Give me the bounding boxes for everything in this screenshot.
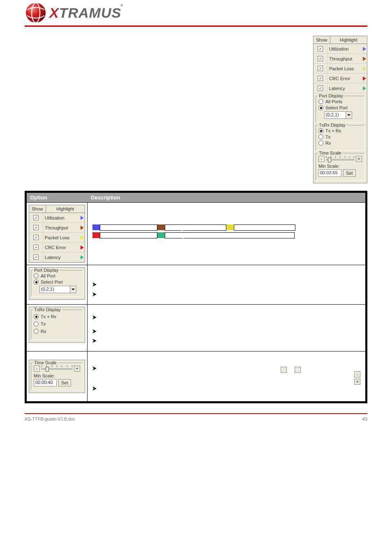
radio-txrx[interactable]	[34, 314, 39, 319]
swatch-packetloss	[226, 224, 234, 230]
swatch-crcerror	[92, 232, 100, 238]
label-crcerror: CRC Error	[329, 76, 350, 81]
checkbox-crcerror[interactable]: ✓	[33, 245, 39, 250]
port-select[interactable]: (0,2,1)	[324, 111, 352, 119]
tab-highlight[interactable]: Highlight	[46, 205, 85, 213]
label-throughput: Throughput	[329, 56, 352, 61]
tab-highlight[interactable]: Highlight	[330, 36, 367, 44]
radio-rx[interactable]	[318, 141, 323, 146]
set-button[interactable]: Set	[58, 379, 71, 386]
radio-tx[interactable]	[318, 134, 323, 139]
arrow-icon	[81, 216, 84, 220]
port-display-legend: Port Display	[318, 93, 344, 98]
timescale-desc: Time Scale: User may choose the zoom in/…	[99, 365, 360, 374]
min-scale-input[interactable]: 00:00:40	[34, 379, 57, 386]
arrow-icon	[363, 76, 366, 81]
time-slider[interactable]	[42, 365, 72, 371]
arrow-icon	[363, 67, 366, 71]
txrx-legend: TxRx Display	[318, 123, 347, 127]
options-panel-preview: Show Highlight ✓ Utilization ✓ Throughpu…	[313, 36, 367, 183]
bullet-icon	[92, 291, 99, 298]
col-description: Description	[91, 194, 120, 201]
intro-text: On the right side of the Chart, there ar…	[25, 36, 313, 183]
minus-button[interactable]: -	[34, 365, 40, 372]
time-slider[interactable]	[326, 156, 354, 162]
checkbox-utilization[interactable]: ✓	[318, 46, 323, 51]
plus-button[interactable]: +	[74, 365, 80, 372]
minus-icon: -	[281, 367, 287, 373]
bullet-icon	[92, 282, 99, 288]
timescale-legend: Time Scale	[318, 150, 343, 155]
footer-left: XS-TTFB-guide-V1.0.doc	[25, 416, 76, 421]
checkbox-packetloss[interactable]: ✓	[318, 66, 323, 71]
checkbox-crcerror[interactable]: ✓	[318, 76, 323, 81]
minus-button[interactable]: -	[318, 156, 325, 162]
bullet-icon	[92, 328, 99, 335]
col-option: Option	[30, 194, 91, 201]
footer-page: 43	[362, 416, 367, 421]
logo-sphere-icon	[25, 2, 47, 24]
bullet-icon	[92, 365, 99, 372]
radio-select-port[interactable]	[34, 280, 39, 284]
label-latency: Latency	[329, 86, 345, 91]
checkbox-throughput[interactable]: ✓	[318, 56, 323, 61]
checkbox-throughput[interactable]: ✓	[33, 225, 39, 230]
label-utilization: Utilization	[329, 46, 349, 51]
plus-icon: +	[295, 367, 301, 373]
label-packetloss: Packet Loss	[329, 66, 354, 71]
options-table: Option Description Show Highlight ✓Utili…	[25, 191, 367, 403]
chevron-down-icon[interactable]	[346, 112, 352, 118]
radio-all-port[interactable]	[34, 273, 39, 278]
swatch-utilization	[92, 224, 100, 230]
checkbox-latency[interactable]: ✓	[318, 86, 323, 91]
svg-point-0	[26, 3, 46, 23]
min-scale-label: Min Scale:	[318, 164, 362, 169]
radio-select-port[interactable]	[318, 105, 323, 110]
min-scale-input[interactable]: 00:02:55	[318, 169, 341, 177]
radio-tx[interactable]	[34, 321, 39, 326]
swatch-throughput	[157, 224, 165, 230]
set-button[interactable]: Set	[343, 169, 356, 177]
arrow-icon	[363, 86, 366, 90]
arrow-icon	[363, 57, 366, 61]
plus-icon: +	[354, 379, 360, 385]
bullet-icon	[92, 314, 99, 321]
arrow-icon	[363, 47, 366, 51]
logo: XTRAMUS®	[25, 2, 367, 24]
checkbox-packetloss[interactable]: ✓	[33, 235, 39, 240]
plus-button[interactable]: +	[356, 156, 362, 162]
minus-icon: -	[354, 371, 360, 377]
tab-show[interactable]: Show	[314, 36, 330, 44]
radio-all-ports[interactable]	[318, 99, 323, 104]
bullet-icon	[92, 386, 99, 392]
tab-show[interactable]: Show	[29, 205, 46, 213]
arrow-icon	[81, 245, 84, 250]
arrow-icon	[81, 236, 84, 240]
arrow-icon	[81, 226, 84, 230]
radio-txrx[interactable]	[318, 128, 323, 133]
logo-text: XTRAMUS®	[49, 5, 124, 21]
radio-rx[interactable]	[34, 329, 39, 334]
bullet-icon	[92, 338, 99, 344]
port-select[interactable]: (0,2,1)	[39, 286, 76, 293]
checkbox-utilization[interactable]: ✓	[33, 215, 39, 220]
swatch-latency	[157, 232, 165, 238]
chevron-down-icon[interactable]	[70, 286, 76, 293]
minscale-desc: Min Scale: Type the minimum time you wan…	[99, 386, 360, 394]
row1-desc: This option will Show and Highlight the …	[92, 206, 360, 222]
arrow-icon	[81, 255, 84, 259]
checkbox-latency[interactable]: ✓	[33, 254, 39, 260]
